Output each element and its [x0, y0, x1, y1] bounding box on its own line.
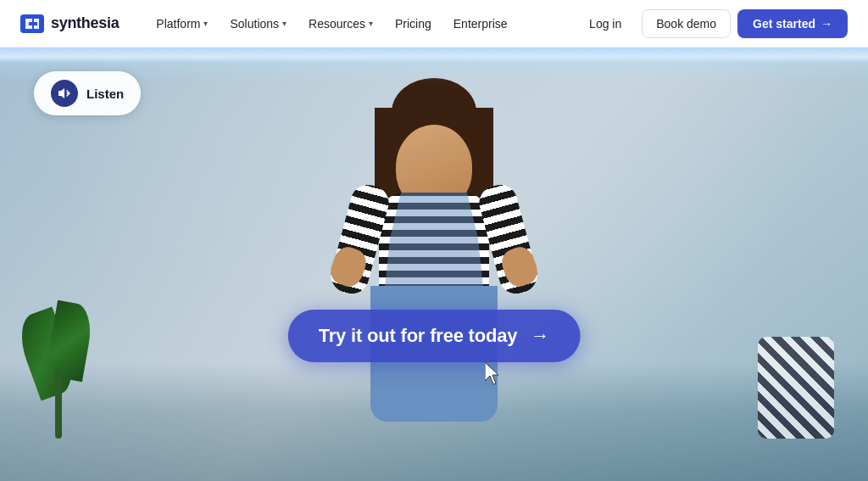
cta-arrow-icon: → [531, 325, 549, 347]
nav-right: Log in Book demo Get started → [576, 9, 848, 38]
resources-chevron-icon: ▾ [369, 19, 373, 28]
nav-pricing-label: Pricing [395, 17, 431, 31]
solutions-chevron-icon: ▾ [282, 19, 287, 28]
mute-icon-wrap [51, 80, 78, 107]
gradient-bar [0, 48, 868, 63]
login-button[interactable]: Log in [576, 10, 635, 37]
logo-text: synthesia [51, 14, 119, 32]
cta-button[interactable]: Try it out for free today → [288, 310, 581, 362]
get-started-label: Get started [753, 17, 815, 31]
get-started-button[interactable]: Get started → [737, 9, 848, 38]
navbar: synthesia Platform ▾ Solutions ▾ Resourc… [0, 0, 868, 48]
nav-item-resources[interactable]: Resources ▾ [298, 12, 383, 36]
nav-item-solutions[interactable]: Solutions ▾ [220, 12, 297, 36]
person-figure [324, 108, 544, 447]
video-background: Listen Try it out for free today → [0, 48, 868, 481]
nav-solutions-label: Solutions [230, 17, 279, 31]
nav-item-enterprise[interactable]: Enterprise [443, 12, 518, 36]
book-demo-button[interactable]: Book demo [642, 9, 731, 38]
nav-links: Platform ▾ Solutions ▾ Resources ▾ Prici… [146, 12, 576, 36]
nav-platform-label: Platform [156, 17, 200, 31]
mute-icon [57, 87, 72, 100]
nav-enterprise-label: Enterprise [453, 17, 508, 31]
plant-stem [55, 371, 62, 439]
right-pillow [758, 337, 834, 439]
logo[interactable]: synthesia [20, 14, 119, 33]
cta-label: Try it out for free today [319, 325, 518, 347]
listen-label: Listen [86, 87, 124, 101]
hero-section: Listen Try it out for free today → [0, 48, 868, 481]
plant-decoration [25, 303, 93, 439]
nav-item-pricing[interactable]: Pricing [385, 12, 442, 36]
svg-rect-0 [20, 14, 44, 33]
nav-item-platform[interactable]: Platform ▾ [146, 12, 218, 36]
get-started-arrow-icon: → [821, 17, 832, 31]
listen-button[interactable]: Listen [34, 71, 141, 115]
platform-chevron-icon: ▾ [203, 19, 208, 28]
nav-resources-label: Resources [309, 17, 365, 31]
synthesia-logo-icon [20, 14, 44, 33]
